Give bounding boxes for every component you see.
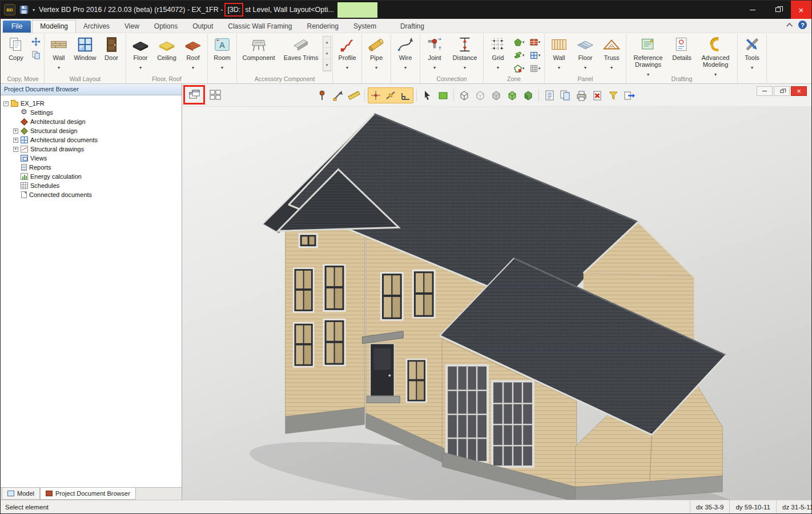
collapse-icon[interactable] <box>3 101 9 106</box>
minimize-button[interactable] <box>739 1 765 19</box>
advanced-modeling-button[interactable]: Advanced Modeling <box>695 34 736 78</box>
snap-point-icon[interactable] <box>368 88 383 103</box>
viewport-close-button[interactable]: × <box>791 86 807 96</box>
tab-output[interactable]: Output <box>185 21 220 33</box>
details-button-label: Details <box>672 54 692 61</box>
tree-item-architectural-design[interactable]: Architectural design <box>1 117 182 126</box>
view-shaded-icon[interactable] <box>489 88 504 103</box>
joint-button[interactable]: Joint <box>421 34 448 74</box>
ruler-icon[interactable] <box>347 88 361 103</box>
tab-system[interactable]: System <box>346 21 384 33</box>
delete-view-icon[interactable] <box>590 88 605 103</box>
quick-access-dropdown-icon[interactable]: ▾ <box>33 7 35 13</box>
save-icon[interactable] <box>19 5 29 14</box>
panel-floor-button[interactable]: Floor <box>572 34 598 74</box>
select-face-icon[interactable] <box>436 88 451 103</box>
tree-item-connected-documents[interactable]: Connected documents <box>1 190 182 199</box>
cascade-windows-button[interactable] <box>186 88 202 102</box>
move-button[interactable] <box>30 36 42 47</box>
room-button[interactable]: A Room <box>209 34 235 74</box>
expand-icon[interactable] <box>13 138 18 143</box>
wall-button[interactable]: Wall <box>46 34 72 74</box>
view-wireframe-icon[interactable] <box>457 88 472 103</box>
measure-icon[interactable] <box>331 88 345 103</box>
tab-rendering[interactable]: Rendering <box>300 21 346 33</box>
wire-icon <box>396 35 415 54</box>
tree-item-settings[interactable]: Settings <box>1 108 182 117</box>
tab-classic-wall-framing[interactable]: Classic Wall Framing <box>220 21 299 33</box>
profile-button[interactable]: Profile <box>334 34 360 74</box>
view-rendered-icon[interactable] <box>521 88 536 103</box>
help-icon[interactable]: ? <box>798 21 807 29</box>
export-icon[interactable] <box>622 88 637 103</box>
document-list-icon[interactable] <box>542 88 557 103</box>
select-cursor-icon[interactable] <box>420 88 435 103</box>
expand-icon[interactable] <box>13 147 18 152</box>
tab-drafting[interactable]: Drafting <box>393 21 432 33</box>
wire-button[interactable]: Wire <box>392 34 419 74</box>
door-button[interactable]: Door <box>98 34 124 74</box>
copy-parallel-button[interactable] <box>30 49 42 61</box>
tree-item-energy-calculation[interactable]: Energy calculation <box>1 172 182 181</box>
model-viewport[interactable]: × <box>182 84 811 500</box>
tree-item-schedules[interactable]: Schedules <box>1 181 182 190</box>
component-gallery-scrollbar[interactable]: ▴ ▾ ▾ <box>323 36 331 71</box>
view-hidden-line-icon[interactable] <box>473 88 488 103</box>
component-button[interactable]: Component <box>238 34 279 74</box>
zone-hatch-button[interactable]: ▾ <box>527 35 543 49</box>
app-logo-icon[interactable]: BD <box>4 4 15 15</box>
tab-file[interactable]: File <box>3 21 31 33</box>
eaves-trims-button[interactable]: Eaves Trims <box>279 34 323 74</box>
ribbon-group-panel: Wall Floor Truss Panel <box>545 34 626 83</box>
viewport-minimize-button[interactable] <box>757 86 773 96</box>
distance-button[interactable]: Distance <box>448 34 482 74</box>
copy-button[interactable]: Copy <box>3 34 29 74</box>
ceiling-button[interactable]: Ceiling <box>154 34 180 74</box>
collapse-ribbon-icon[interactable] <box>786 22 793 29</box>
tools-button[interactable]: Tools <box>739 34 765 74</box>
zone-window-button[interactable]: ▾ <box>527 49 543 62</box>
pipe-button[interactable]: Pipe <box>363 34 389 74</box>
pin-icon[interactable] <box>315 88 329 103</box>
gallery-down-icon[interactable]: ▾ <box>323 48 331 59</box>
tree-item-structural-drawings[interactable]: Structural drawings <box>1 144 182 154</box>
tree-item-views[interactable]: Views <box>1 154 182 163</box>
print-icon[interactable] <box>574 88 589 103</box>
tab-modeling[interactable]: Modeling <box>32 20 76 33</box>
tab-archives[interactable]: Archives <box>76 21 117 33</box>
zone-stack-button[interactable]: ▾ <box>511 49 527 62</box>
panel-wall-button[interactable]: Wall <box>546 34 572 74</box>
view-shaded-edges-icon[interactable] <box>505 88 520 103</box>
reference-drawings-button[interactable]: Reference Drawings <box>628 34 669 78</box>
tile-windows-button[interactable] <box>209 89 222 103</box>
zone-outline-button[interactable]: ▾ <box>511 62 527 75</box>
viewport-restore-button[interactable] <box>774 86 790 96</box>
tree-item-structural-design[interactable]: Structural design <box>1 126 182 135</box>
document-copy-icon[interactable] <box>558 88 573 103</box>
snap-nearest-icon[interactable] <box>383 88 398 103</box>
floor-button[interactable]: Floor <box>127 34 154 74</box>
roof-button[interactable]: Roof <box>180 34 206 74</box>
tree-item-reports[interactable]: Reports <box>1 163 182 172</box>
gallery-more-icon[interactable]: ▾ <box>323 59 331 71</box>
zone-grid-small-button[interactable]: ▾ <box>527 62 543 75</box>
tab-project-document-browser[interactable]: Project Document Browser <box>40 488 136 500</box>
tree-item-ex-1fr[interactable]: EX_1FR <box>1 99 182 108</box>
tree-item-architectural-documents[interactable]: Architectural documents <box>1 135 182 144</box>
filter-icon[interactable] <box>606 88 621 103</box>
grid-button[interactable]: Grid <box>485 34 511 74</box>
tab-options[interactable]: Options <box>147 21 185 33</box>
expand-icon[interactable] <box>13 128 18 134</box>
panel-truss-button[interactable]: Truss <box>598 34 625 74</box>
snap-perpendicular-icon[interactable] <box>398 88 413 103</box>
tab-view[interactable]: View <box>117 21 147 33</box>
maximize-button[interactable] <box>765 1 791 19</box>
details-button[interactable]: Details <box>669 34 695 74</box>
tree-item-label: Architectural documents <box>30 136 98 143</box>
gallery-up-icon[interactable]: ▴ <box>323 37 331 48</box>
window-button[interactable]: Window <box>72 34 98 74</box>
house-3d-model[interactable] <box>182 84 811 500</box>
zone-create-button[interactable]: ▾ <box>511 35 527 49</box>
close-button[interactable]: × <box>791 1 811 19</box>
tab-model[interactable]: Model <box>2 488 40 500</box>
